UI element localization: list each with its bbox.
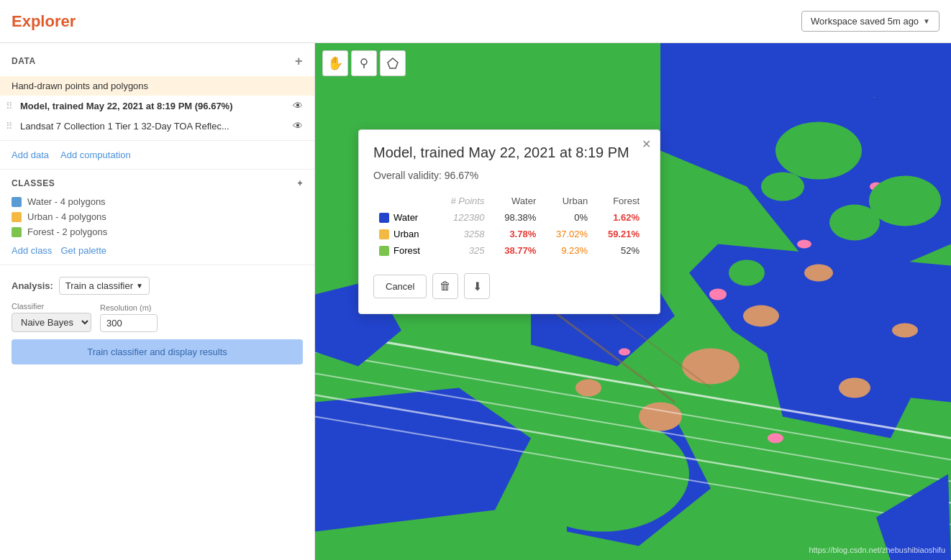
forest-swatch (379, 246, 389, 256)
visibility-icon-landsat[interactable]: 👁 (293, 120, 303, 132)
svg-point-15 (839, 378, 870, 398)
table-row-urban: Urban 3258 3.78% 37.02% 59.21% (373, 226, 645, 242)
polygon-icon (386, 57, 399, 70)
modal-actions: Cancel 🗑 ⬇ (373, 273, 645, 299)
modal-download-button[interactable]: ⬇ (464, 273, 490, 299)
svg-marker-42 (388, 58, 398, 68)
modal-cancel-button[interactable]: Cancel (373, 275, 427, 298)
point-icon (358, 57, 370, 70)
classifier-select[interactable]: Naive Bayes (12, 313, 91, 332)
water-forest-pct: 1.62% (593, 209, 645, 226)
urban-color-swatch (12, 212, 22, 222)
divider-3 (0, 265, 314, 265)
data-section-label: Data (12, 56, 36, 66)
water-water-pct: 98.38% (490, 209, 542, 226)
divider-2 (0, 169, 314, 170)
svg-point-35 (729, 260, 765, 286)
urban-water-pct: 3.78% (490, 226, 542, 242)
forest-urban-pct: 9.23% (542, 242, 593, 259)
data-section-header: Data + (12, 55, 303, 68)
urban-forest-pct: 59.21% (593, 226, 645, 242)
pan-tool-button[interactable]: ✋ (322, 50, 348, 76)
workspace-badge-label: Workspace saved 5m ago (811, 16, 919, 27)
sidebar-data-actions: Add data Add computation (0, 145, 314, 165)
analysis-dropdown-chevron: ▼ (136, 282, 143, 290)
classes-label: Classes (12, 178, 55, 188)
resolution-field: Resolution (m) (100, 303, 158, 332)
water-swatch (379, 213, 389, 223)
add-class-button[interactable]: Add class (12, 245, 52, 256)
svg-point-10 (682, 349, 740, 385)
add-computation-link[interactable]: Add computation (60, 150, 131, 160)
modal-validity: Overall validity: 96.67% (373, 170, 645, 181)
svg-point-33 (829, 205, 880, 241)
class-item-water: Water - 4 polygons (12, 194, 303, 209)
data-item-hand-drawn[interactable]: Hand-drawn points and polygons (0, 76, 314, 96)
svg-point-16 (892, 323, 918, 338)
analysis-label: Analysis: (12, 280, 53, 291)
forest-class-name: Forest (393, 245, 420, 256)
app-title: Explorer (12, 12, 76, 31)
modal-title: Model, trained May 22, 2021 at 8:19 PM (373, 144, 645, 161)
forest-color-swatch (12, 227, 22, 237)
classifier-field: Classifier Naive Bayes (12, 302, 91, 332)
main-layout: Data + Hand-drawn points and polygons ⠿ … (0, 43, 951, 560)
class-actions: Add class Get palette (12, 245, 303, 256)
classes-section: Classes + Water - 4 polygons Urban - 4 p… (0, 174, 314, 260)
svg-point-11 (639, 403, 682, 431)
svg-point-34 (761, 173, 804, 201)
data-item-landsat[interactable]: ⠿ Landsat 7 Collection 1 Tier 1 32-Day T… (0, 116, 314, 136)
classes-header: Classes + (12, 178, 303, 188)
point-tool-button[interactable] (351, 50, 377, 76)
forest-water-pct: 38.77% (490, 242, 542, 259)
svg-point-19 (797, 240, 811, 249)
resolution-input[interactable] (100, 314, 158, 332)
table-row-water: Water 122380 98.38% 0% 1.62% (373, 209, 645, 226)
svg-point-14 (575, 380, 601, 397)
add-data-link[interactable]: Add data (12, 150, 49, 160)
workspace-badge[interactable]: Workspace saved 5m ago ▼ (801, 11, 939, 32)
svg-point-30 (775, 122, 862, 180)
map-area: ✋ https://blog.csdn.net/zhebushibiaoshif… (315, 43, 951, 560)
svg-point-22 (768, 433, 783, 444)
modal-close-button[interactable]: ✕ (642, 137, 651, 151)
table-header-class (373, 193, 436, 209)
add-class-header-btn[interactable]: + (297, 178, 303, 188)
forest-forest-pct: 52% (593, 242, 645, 259)
drag-handle-icon: ⠿ (6, 101, 13, 111)
get-palette-button[interactable]: Get palette (60, 245, 106, 256)
polygon-tool-button[interactable] (380, 50, 406, 76)
svg-point-12 (743, 306, 779, 327)
data-item-model[interactable]: ⠿ Model, trained May 22, 2021 at 8:19 PM… (0, 96, 314, 116)
resolution-label: Resolution (m) (100, 303, 158, 312)
class-item-forest: Forest - 2 polygons (12, 224, 303, 239)
data-section: Data + (0, 50, 314, 76)
divider-1 (0, 140, 314, 141)
analysis-section: Analysis: Train a classifier ▼ Classifie… (0, 270, 314, 372)
modal-delete-button[interactable]: 🗑 (432, 273, 458, 299)
table-header-water: Water (490, 193, 542, 209)
analysis-params-row: Classifier Naive Bayes Resolution (m) (12, 302, 303, 332)
svg-point-20 (619, 349, 630, 356)
class-water-label: Water - 4 polygons (27, 196, 106, 207)
urban-class-name: Urban (393, 229, 419, 239)
class-urban-label: Urban - 4 polygons (27, 211, 106, 222)
urban-points: 3258 (436, 226, 490, 242)
data-item-landsat-label: Landsat 7 Collection 1 Tier 1 32-Day TOA… (20, 121, 229, 132)
table-header-urban: Urban (542, 193, 593, 209)
water-color-swatch (12, 197, 22, 207)
add-data-btn[interactable]: + (295, 55, 303, 68)
analysis-header: Analysis: Train a classifier ▼ (12, 277, 303, 295)
analysis-type-dropdown[interactable]: Train a classifier ▼ (59, 277, 150, 295)
forest-points: 325 (436, 242, 490, 259)
sidebar: Data + Hand-drawn points and polygons ⠿ … (0, 43, 315, 560)
watermark-text: https://blog.csdn.net/zhebushibiaoshifu (809, 546, 945, 554)
svg-point-40 (361, 59, 367, 65)
table-header-points: # Points (436, 193, 490, 209)
class-forest-label: Forest - 2 polygons (27, 226, 107, 237)
visibility-icon-model[interactable]: 👁 (293, 100, 303, 111)
svg-point-32 (869, 176, 941, 226)
urban-swatch (379, 229, 389, 239)
train-classifier-button[interactable]: Train classifier and display results (12, 339, 303, 364)
classifier-label: Classifier (12, 302, 91, 311)
